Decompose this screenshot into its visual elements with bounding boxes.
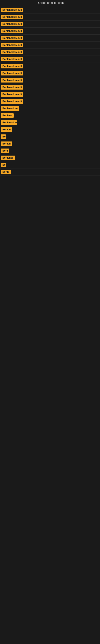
bottleneck-result-badge[interactable]: Bottleneck result — [1, 43, 23, 47]
bottleneck-result-badge[interactable]: Bo — [1, 134, 6, 139]
list-item: Bottleneck result — [0, 77, 100, 84]
bottleneck-result-badge[interactable]: Bottleneck result — [1, 99, 23, 104]
list-item: Bottlen — [0, 140, 100, 147]
list-item: Bo — [0, 133, 100, 140]
bottleneck-result-badge[interactable]: Bottl — [1, 148, 9, 153]
list-item: Bottle — [0, 168, 100, 176]
bottleneck-result-badge[interactable]: Bottlen — [1, 128, 12, 132]
bottleneck-result-badge[interactable]: Bottle — [1, 170, 11, 174]
list-item: Bottleneck result — [0, 63, 100, 70]
list-item: Bottleneck result — [0, 6, 100, 14]
list-item: Bottlene — [0, 112, 100, 119]
list-item: Bottleneck result — [0, 98, 100, 105]
list-item: Bottleneck result — [0, 20, 100, 28]
list-item: Bottleneck result — [0, 91, 100, 98]
bottleneck-result-badge[interactable]: Bottleneck result — [1, 8, 23, 12]
bottleneck-result-badge[interactable]: Bottleneck result — [1, 29, 23, 33]
list-item: Bottleneck result — [0, 42, 100, 49]
bottleneck-result-badge[interactable]: Bottleneck e — [1, 120, 17, 125]
bottleneck-result-badge[interactable]: Bottleneck result — [1, 22, 23, 26]
bottleneck-result-badge[interactable]: Bottleneck re — [1, 106, 19, 111]
list-item: Bottleneck re — [0, 105, 100, 112]
bottleneck-result-badge[interactable]: Bottleneck result — [1, 71, 23, 76]
bottleneck-result-badge[interactable]: Bottleneck result — [1, 36, 23, 40]
bottleneck-result-badge[interactable]: Bottleneck result — [1, 57, 23, 62]
list-item: Bottleneck e — [0, 119, 100, 126]
bottleneck-result-badge[interactable]: Bottleneck result — [1, 50, 23, 54]
list-item: Bottleneck result — [0, 49, 100, 56]
list-item: Bottleneck result — [0, 14, 100, 20]
list-item: Bottl — [0, 147, 100, 154]
list-item: Bottleneck result — [0, 56, 100, 63]
bottleneck-result-badge[interactable]: Bottlenec — [1, 156, 15, 160]
list-item: Bo — [0, 162, 100, 168]
site-title-text: TheBottlenecker.com — [36, 1, 64, 4]
bottleneck-result-badge[interactable]: Bottlene — [1, 113, 14, 118]
bottleneck-result-badge[interactable]: Bo — [1, 162, 6, 167]
list-item: Bottleneck result — [0, 34, 100, 42]
bottleneck-result-badge[interactable]: Bottleneck result — [1, 78, 23, 82]
bottleneck-result-badge[interactable]: Bottleneck result — [1, 64, 23, 68]
bottleneck-result-badge[interactable]: Bottlen — [1, 142, 12, 146]
site-title: TheBottlenecker.com — [0, 0, 100, 6]
list-item: Bottleneck result — [0, 70, 100, 77]
list-item: Bottlenec — [0, 154, 100, 162]
bottleneck-result-badge[interactable]: Bottleneck result — [1, 85, 23, 90]
list-item: Bottleneck result — [0, 84, 100, 91]
bottleneck-result-badge[interactable]: Bottleneck result — [1, 92, 23, 96]
list-item: Bottleneck result — [0, 28, 100, 34]
bottleneck-result-badge[interactable]: Bottleneck result — [1, 15, 23, 19]
list-item: Bottlen — [0, 126, 100, 133]
